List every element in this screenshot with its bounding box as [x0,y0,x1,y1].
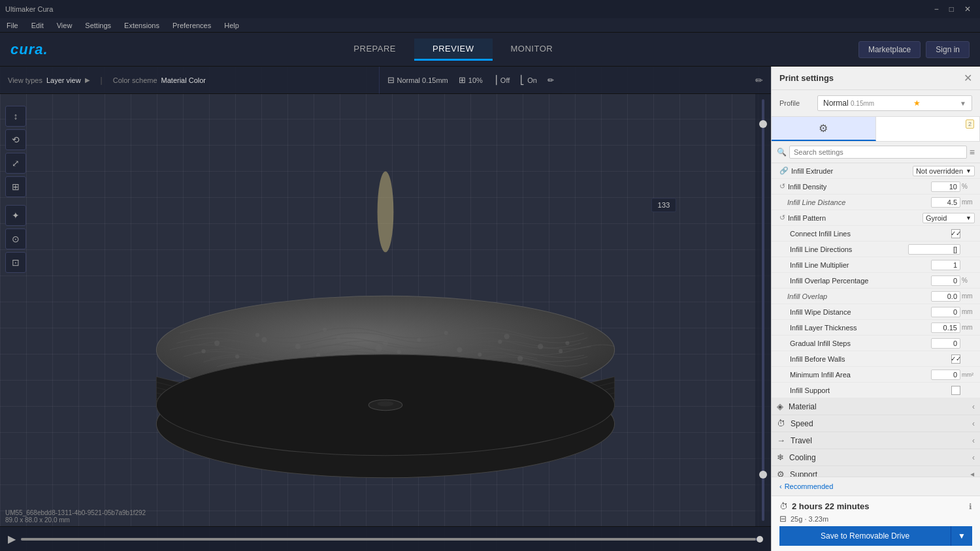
close-button[interactable]: ✕ [960,3,975,15]
color-scheme-value[interactable]: Material Color [161,76,206,84]
gradual-infill-steps-input[interactable] [931,338,960,349]
infill-line-multiplier-input[interactable] [931,260,960,270]
extruder-tab-1[interactable]: ⚙ [772,117,876,141]
extruder-tab-2[interactable]: 2 [876,117,981,141]
infill-layer-thickness-label: Infill Layer Thickness [779,324,931,332]
minimize-button[interactable]: − [930,3,943,15]
menu-help[interactable]: Help [221,20,242,31]
filter-icon[interactable]: ≡ [970,147,975,157]
profile-icon: ⊟ [387,75,395,85]
maximize-button[interactable]: □ [945,3,958,15]
section-cooling[interactable]: ❄ Cooling ‹ [772,449,980,466]
gradual-infill-steps-label: Gradual Infill Steps [779,339,931,347]
layer-timeline[interactable] [21,538,763,541]
tool-rotate[interactable]: ⟲ [5,129,26,150]
infill-density-input[interactable] [931,181,960,192]
infill-wipe-distance-input[interactable] [931,307,960,317]
setting-infill-overlap-pct: Infill Overlap Percentage % [772,273,980,289]
svg-point-30 [378,172,394,253]
save-button[interactable]: Save to Removable Drive [779,526,951,546]
section-material[interactable]: ◈ Material ‹ [772,398,980,415]
layer-slider-top-thumb[interactable] [759,471,767,479]
setting-infill-line-directions: Infill Line Directions [772,242,980,257]
qs-profile[interactable]: ⊟ Normal 0.15mm [387,75,448,85]
print-settings-close-button[interactable]: ✕ [964,72,972,84]
tab-monitor[interactable]: MONITOR [493,39,572,61]
section-travel[interactable]: → Travel ‹ [772,432,980,449]
connect-infill-lines-label: Connect Infill Lines [779,230,951,238]
menu-view[interactable]: View [54,20,75,31]
setting-infill-line-multiplier: Infill Line Multiplier [772,257,980,273]
infill-extruder-value: Not overridden [916,167,963,175]
section-support[interactable]: ⚙ Support ▾ [772,466,980,477]
layer-slider[interactable] [755,94,771,526]
tab-preview[interactable]: PREVIEW [414,39,492,61]
tool-support[interactable]: ⊙ [5,228,26,249]
section-speed[interactable]: ⏱ Speed ‹ [772,415,980,432]
cooling-section-arrow: ‹ [972,453,975,462]
search-input[interactable] [789,146,967,159]
recommended-link[interactable]: ‹ Recommended [772,477,980,496]
tool-seam[interactable]: ⊡ [5,252,26,273]
print-settings-title: Print settings [779,73,834,83]
infill-pattern-select[interactable]: Gyroid ▼ [923,213,975,223]
reset-pattern-icon[interactable]: ↺ [779,213,785,222]
menu-extensions[interactable]: Extensions [122,20,162,31]
infill-overlap-input[interactable] [931,291,960,302]
menu-settings[interactable]: Settings [82,20,114,31]
marketplace-button[interactable]: Marketplace [858,41,921,58]
reset-density-icon[interactable]: ↺ [779,182,785,191]
infill-extruder-select[interactable]: Not overridden ▼ [913,166,975,176]
svg-point-18 [517,356,523,361]
infill-layer-thickness-input[interactable] [931,323,960,333]
qs-edit-icon[interactable]: ✏ [547,76,554,85]
infill-line-distance-input[interactable] [931,197,960,208]
color-scheme-selector[interactable]: Color scheme Material Color [113,76,206,84]
layer-slider-bottom-thumb[interactable] [759,120,767,128]
infill-support-label: Infill Support [779,386,951,394]
infill-overlap-pct-input[interactable] [931,276,960,286]
svg-point-25 [504,334,510,339]
connect-infill-lines-checkbox[interactable]: ✓ [951,229,960,238]
infill-support-checkbox[interactable] [951,386,960,395]
svg-point-26 [565,341,569,345]
info-icon[interactable]: ℹ [969,502,972,511]
qs-support[interactable]: ⎥ Off [493,75,510,85]
search-icon: 🔍 [777,148,787,157]
edit-icon[interactable]: ✏ [755,75,763,86]
infill-line-directions-input[interactable] [908,244,960,255]
svg-point-22 [323,328,327,332]
qs-infill[interactable]: ⊞ 10% [459,75,483,85]
tool-scale[interactable]: ⤢ [5,153,26,174]
play-button[interactable]: ▶ [8,533,16,545]
svg-point-5 [336,336,340,339]
qs-adhesion[interactable]: ⎣ On [520,75,537,85]
cooling-icon: ❄ [777,452,784,462]
svg-point-23 [383,340,388,345]
menu-edit[interactable]: Edit [29,20,46,31]
minimum-infill-area-input[interactable] [931,370,960,380]
view-type-selector[interactable]: View types Layer view ▶ [8,76,90,84]
tool-permodel[interactable]: ✦ [5,205,26,226]
menu-file[interactable]: File [4,20,21,31]
material-section-arrow: ‹ [972,402,975,411]
infill-line-multiplier-label: Infill Line Multiplier [779,261,931,269]
extruder-tabs: ⚙ 2 [772,117,980,142]
tool-mirror[interactable]: ⊞ [5,176,26,197]
infill-pattern-arrow: ▼ [966,215,972,221]
chevron-left-icon: ‹ [779,482,782,490]
timeline-thumb[interactable] [757,536,763,543]
save-dropdown-button[interactable]: ▼ [951,526,972,546]
speed-section-arrow: ‹ [972,419,975,428]
signin-button[interactable]: Sign in [926,41,970,58]
infill-before-walls-label: Infill Before Walls [779,355,951,363]
infill-before-walls-checkbox[interactable]: ✓ [951,354,960,364]
menu-preferences[interactable]: Preferences [170,20,214,31]
view-type-value[interactable]: Layer view [46,76,81,84]
svg-text:133: 133 [657,201,670,209]
link-icon[interactable]: 🔗 [779,166,789,175]
tool-move[interactable]: ↕ [5,106,26,127]
profile-selector[interactable]: Normal 0.15mm ★ ▼ [817,95,972,111]
tab-prepare[interactable]: PREPARE [335,39,414,61]
profile-star-icon[interactable]: ★ [913,99,921,108]
